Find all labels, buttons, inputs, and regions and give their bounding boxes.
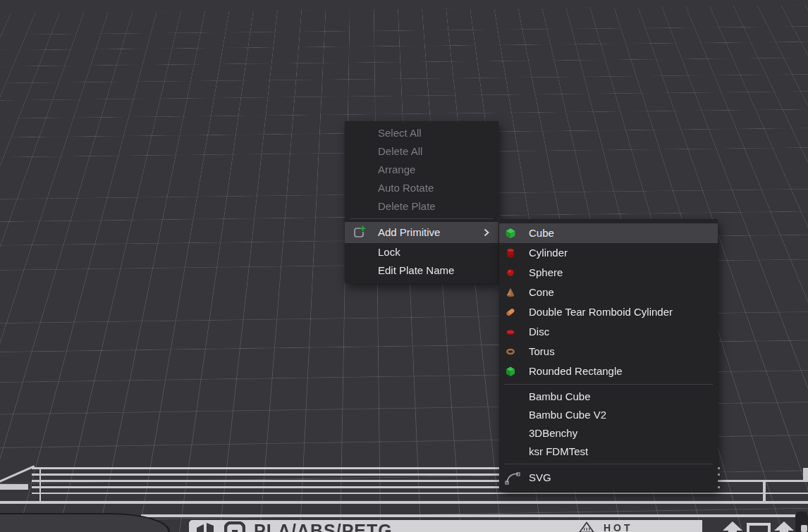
disc-icon [505, 326, 516, 338]
submenu-item-sphere[interactable]: Sphere [499, 263, 718, 283]
submenu-item-label: Cube [529, 227, 554, 239]
submenu-item-bambu-cube[interactable]: Bambu Cube [499, 388, 718, 406]
menu-item-label: Select All [378, 127, 422, 139]
chevron-right-icon [483, 228, 490, 237]
plate-badge-icon [224, 521, 245, 532]
submenu-item-label: Rounded Rectangle [529, 365, 623, 377]
submenu-separator [504, 464, 713, 464]
menu-item-label: Lock [378, 246, 400, 258]
plate-edge-line [0, 501, 808, 504]
menu-item-label: Auto Rotate [378, 182, 434, 194]
romboid-cylinder-icon [505, 307, 516, 318]
menu-item-add-primitive[interactable]: Add Primitive [345, 222, 498, 243]
rounded-rectangle-icon [505, 366, 516, 377]
torus-icon [505, 346, 516, 357]
submenu-item-label: Sphere [529, 266, 563, 278]
submenu-item-cube[interactable]: Cube [499, 223, 718, 243]
arrow-up-icon [773, 521, 795, 532]
submenu-item-torus[interactable]: Torus [499, 342, 718, 361]
menu-item-delete-all: Delete All [345, 142, 498, 161]
menu-item-arrange: Arrange [345, 161, 498, 179]
submenu-item-ksr-fdmtest[interactable]: ksr FDMTest [499, 443, 718, 461]
plate-edge-line [141, 514, 808, 517]
submenu-item-svg[interactable]: SVG [499, 467, 718, 488]
submenu-item-bambu-cube-v2[interactable]: Bambu Cube V2 [499, 406, 718, 424]
plate-grip-tab [0, 513, 170, 532]
menu-item-label: Delete All [378, 145, 422, 157]
cone-icon [505, 287, 516, 298]
bambu-logo-icon [195, 521, 217, 532]
submenu-item-label: Bambu Cube V2 [529, 409, 606, 421]
plate-hot-warning: HOT [604, 522, 633, 532]
submenu-item-disc[interactable]: Disc [499, 322, 718, 342]
plate-edge-line [32, 493, 808, 494]
add-primitive-submenu: Cube Cylinder Sphere [499, 219, 718, 491]
warning-triangle-icon [578, 521, 595, 532]
menu-item-delete-plate: Delete Plate [345, 197, 498, 216]
menu-item-label: Delete Plate [378, 200, 436, 212]
submenu-item-label: Cylinder [529, 247, 568, 259]
submenu-separator [504, 384, 713, 385]
submenu-item-label: Disc [529, 326, 549, 338]
submenu-item-cylinder[interactable]: Cylinder [499, 243, 718, 263]
arrow-up-icon [721, 521, 744, 532]
plate-corner-pin [801, 525, 807, 532]
menu-item-label: Add Primitive [378, 226, 440, 238]
sphere-icon [505, 267, 516, 278]
menu-item-label: Edit Plate Name [378, 264, 454, 276]
submenu-item-double-tear-romboid-cylinder[interactable]: Double Tear Romboid Cylinder [499, 302, 718, 322]
submenu-item-rounded-rectangle[interactable]: Rounded Rectangle [499, 361, 718, 381]
context-menu: Select All Delete All Arrange Auto Rotat… [345, 121, 498, 283]
viewport-3d[interactable]: PLA/ABS/PETG HOT Select All Delete All A… [0, 0, 808, 532]
cube-icon [505, 228, 516, 239]
menu-item-auto-rotate: Auto Rotate [345, 179, 498, 197]
submenu-item-label: SVG [529, 471, 551, 483]
submenu-item-label: ksr FDMTest [529, 445, 588, 457]
submenu-item-label: 3DBenchy [529, 427, 577, 439]
submenu-item-label: Double Tear Romboid Cylinder [529, 306, 673, 318]
plate-edge-tick [763, 480, 766, 502]
plate-label-strip: PLA/ABS/PETG HOT [189, 520, 702, 532]
svg-bezier-icon [505, 471, 520, 485]
submenu-item-label: Bambu Cube [529, 390, 591, 402]
menu-item-label: Arrange [378, 163, 415, 175]
menu-item-lock[interactable]: Lock [345, 243, 498, 261]
submenu-item-cone[interactable]: Cone [499, 283, 718, 302]
submenu-item-3dbenchy[interactable]: 3DBenchy [499, 424, 718, 443]
submenu-item-label: Torus [529, 345, 555, 357]
plate-material-label: PLA/ABS/PETG [254, 521, 393, 532]
add-primitive-icon [351, 225, 367, 240]
plate-edge-tick [39, 467, 41, 502]
plate-corner-block [0, 484, 28, 490]
cylinder-icon [505, 247, 516, 259]
submenu-item-label: Cone [529, 286, 554, 298]
menu-item-select-all: Select All [345, 124, 498, 142]
menu-item-edit-plate-name[interactable]: Edit Plate Name [345, 261, 498, 280]
square-outline-icon [747, 523, 771, 532]
menu-separator [350, 218, 494, 219]
plate-corner-block [803, 468, 808, 481]
